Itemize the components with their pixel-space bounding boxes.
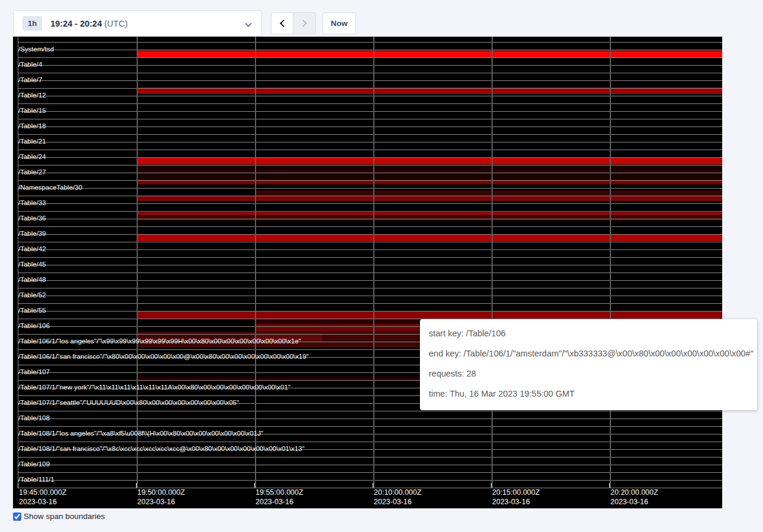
next-time-button[interactable] <box>293 12 316 34</box>
row-label: /Table/24 <box>18 153 46 161</box>
axis-tick-date: 2023-03-16 <box>610 498 648 506</box>
heatmap-band <box>255 190 722 196</box>
row-label: /Table/106/1/"los angeles"/"\x99\x99\x99… <box>18 338 301 345</box>
axis-tick-date: 2023-03-16 <box>256 498 293 506</box>
span-boundary-line <box>18 111 722 112</box>
span-boundary-line <box>18 50 722 50</box>
time-gridline <box>137 37 138 488</box>
row-label: /Table/7 <box>18 76 42 84</box>
tooltip-line: time: Thu, 16 Mar 2023 19:55:00 GMT <box>429 390 757 398</box>
span-boundary-line <box>18 180 722 181</box>
axis-tick-date: 2023-03-16 <box>137 498 175 506</box>
span-boundary-line <box>18 280 722 281</box>
axis-tick-date: 2023-03-16 <box>19 498 57 506</box>
time-gridline <box>492 37 493 488</box>
tooltip-line: end key: /Table/106/1/"amsterdam"/"\xb33… <box>429 349 757 358</box>
span-boundary-line <box>18 211 722 212</box>
span-boundary-line <box>18 165 722 166</box>
axis-tick-time: 20:15:00.000Z <box>492 488 540 497</box>
row-label: /Table/36 <box>18 215 46 222</box>
axis-tick-mark <box>373 483 373 488</box>
heatmap-canvas[interactable]: /System/tsd/Table/4/Table/7/Table/12/Tab… <box>13 37 722 508</box>
row-label: /Table/42 <box>18 245 46 253</box>
row-label: /Table/27 <box>18 168 46 176</box>
axis-tick-time: 19:45:00.000Z <box>19 488 67 497</box>
span-boundary-line <box>18 65 722 66</box>
time-range-selector[interactable]: 1h 19:24 - 20:24 (UTC) <box>13 10 262 37</box>
row-label: /Table/4 <box>18 61 42 69</box>
heatmap-band <box>137 196 722 201</box>
row-label: /System/tsd <box>18 46 54 53</box>
span-boundary-line <box>18 103 722 104</box>
tooltip-line: requests: 28 <box>429 369 757 378</box>
span-boundary-line <box>18 150 722 150</box>
row-label: /Table/108/1/"san francisco"/"\x8c\xcc\x… <box>18 445 305 453</box>
row-label: /Table/12 <box>18 92 46 99</box>
axis-tick-mark <box>491 483 492 488</box>
show-span-boundaries-label[interactable]: Show span boundaries <box>24 512 105 521</box>
row-label: /Table/33 <box>18 199 46 207</box>
span-boundary-line <box>18 203 722 204</box>
span-boundary-line <box>18 426 722 427</box>
row-label: /Table/39 <box>18 230 46 238</box>
span-boundary-line <box>18 88 722 89</box>
row-label: /Table/45 <box>18 261 46 268</box>
row-label: /Table/107/1/"new york"/"\x11\x11\x11\x1… <box>18 384 290 391</box>
span-boundary-line <box>18 419 722 419</box>
axis-tick-time: 19:55:00.000Z <box>256 488 303 497</box>
row-label: /Table/108/1/"los angeles"/"\xa8\xf5\u00… <box>18 430 263 437</box>
heatmap-band <box>137 312 722 319</box>
row-label: /Table/48 <box>18 276 46 284</box>
row-label: /NamespaceTable/30 <box>18 184 82 192</box>
span-boundary-line <box>18 188 722 189</box>
row-label: /Table/18 <box>18 122 46 130</box>
prev-time-button[interactable] <box>271 12 293 34</box>
row-label: /Table/21 <box>18 138 46 145</box>
span-boundary-line <box>18 442 722 442</box>
span-boundary-line <box>18 226 722 227</box>
chevron-down-icon <box>245 20 251 27</box>
show-span-boundaries-checkbox[interactable] <box>13 512 21 521</box>
axis-tick-mark <box>254 483 255 488</box>
span-boundary-line <box>18 134 722 135</box>
span-boundary-line <box>18 303 722 304</box>
axis-tick-date: 2023-03-16 <box>492 498 530 506</box>
span-boundary-line <box>18 242 722 242</box>
span-boundaries-control: Show span boundaries <box>13 512 105 521</box>
time-range-value: 19:24 - 20:24 <box>50 19 102 28</box>
span-boundary-line <box>18 265 722 265</box>
heatmap-band <box>137 164 722 180</box>
span-boundary-line <box>18 288 722 288</box>
time-gridline <box>610 37 611 488</box>
duration-badge: 1h <box>22 16 42 31</box>
span-boundary-line <box>18 257 722 258</box>
now-button[interactable]: Now <box>322 12 356 34</box>
axis-tick-time: 20:20:00.000Z <box>610 488 658 497</box>
axis-tick-time: 20:10:00.000Z <box>374 488 422 497</box>
span-boundary-line <box>18 157 722 158</box>
heatmap-band <box>137 51 722 57</box>
chevron-right-icon <box>299 20 307 27</box>
chevron-left-icon <box>280 20 287 27</box>
axis-tick-mark <box>18 483 18 488</box>
span-boundary-line <box>18 119 722 119</box>
row-label: /Table/106 <box>18 322 50 330</box>
heatmap-band <box>137 235 722 241</box>
time-range-label: 19:24 - 20:24 (UTC) <box>50 19 128 28</box>
heatmap-band <box>137 158 722 164</box>
span-boundary-line <box>18 73 722 73</box>
time-gridline <box>255 37 256 488</box>
span-boundary-line <box>18 457 722 458</box>
span-boundary-line <box>18 196 722 196</box>
hover-tooltip: start key: /Table/106end key: /Table/106… <box>420 319 757 410</box>
tooltip-line: start key: /Table/106 <box>429 329 757 338</box>
heatmap-band <box>137 215 722 220</box>
span-boundary-line <box>18 57 722 58</box>
axis-tick-mark <box>136 483 137 488</box>
span-boundary-line <box>18 249 722 250</box>
span-boundary-line <box>18 173 722 173</box>
axis-tick-mark <box>609 483 610 488</box>
row-label: /Table/106/1/"san francisco"/"\x80\x00\x… <box>18 353 309 361</box>
row-label: /Table/109 <box>18 460 50 468</box>
span-boundary-line <box>18 273 722 273</box>
